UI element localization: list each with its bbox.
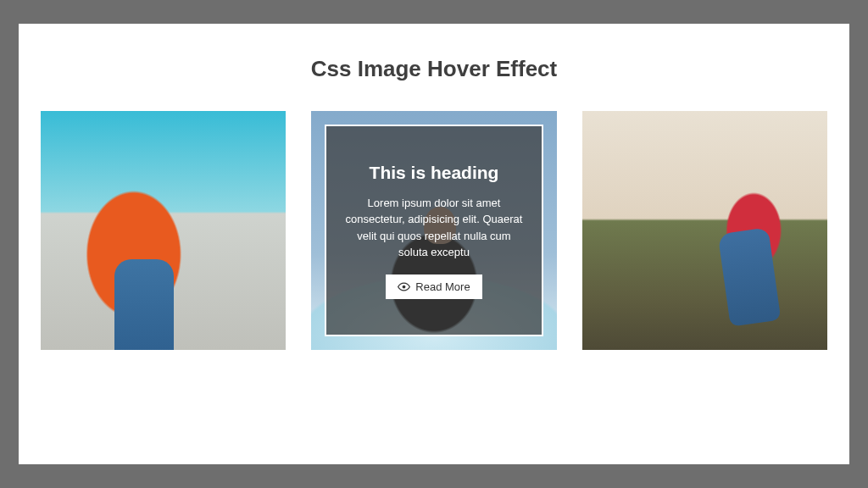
image-card-2[interactable]: This is heading Lorem ipsum dolor sit am…: [311, 111, 556, 350]
overlay-body: Lorem ipsum dolor sit amet consectetur, …: [343, 195, 524, 261]
read-more-button[interactable]: Read More: [386, 274, 481, 299]
image-card-3[interactable]: [582, 111, 827, 350]
eye-icon: [398, 280, 410, 293]
hover-overlay: This is heading Lorem ipsum dolor sit am…: [325, 125, 542, 336]
image-card-1[interactable]: [41, 111, 286, 350]
card-image-1: [41, 111, 286, 350]
read-more-label: Read More: [415, 280, 470, 293]
card-row: This is heading Lorem ipsum dolor sit am…: [41, 111, 827, 350]
overlay-heading: This is heading: [370, 163, 499, 183]
page-title: Css Image Hover Effect: [41, 56, 827, 82]
card-image-3: [582, 111, 827, 350]
page-container: Css Image Hover Effect This is heading L…: [19, 24, 849, 464]
svg-point-0: [403, 285, 406, 288]
